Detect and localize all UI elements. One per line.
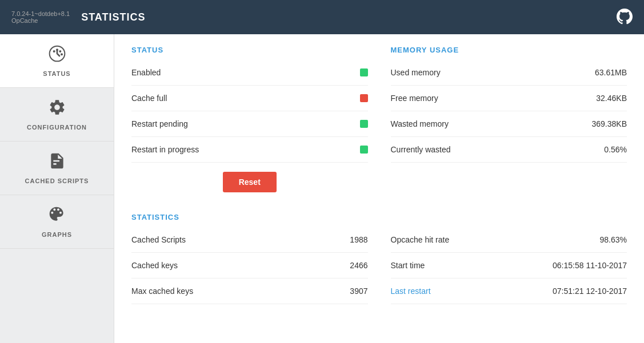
cache-full-indicator	[360, 94, 368, 102]
restart-pending-indicator	[360, 120, 368, 128]
sidebar-item-graphs[interactable]: GRAPHS	[0, 195, 114, 249]
svg-point-4	[61, 53, 63, 55]
cached-scripts-stat-label: Cached Scripts	[131, 235, 311, 244]
max-cached-keys-stat-label: Max cached keys	[131, 286, 311, 296]
sidebar-item-cached-scripts[interactable]: CACHED SCRIPTS	[0, 142, 114, 195]
statistics-section-title: STATISTICS	[131, 213, 627, 221]
start-time-value: 06:15:58 11-10-2017	[553, 261, 627, 270]
status-section-title: STATUS	[131, 46, 368, 54]
cache-full-label: Cache full	[131, 94, 360, 103]
stats-row-max-cached-keys: Max cached keys 3907	[131, 279, 368, 304]
statistics-right-col: Opcache hit rate 98.63% Start time 06:15…	[391, 227, 627, 304]
svg-point-3	[59, 50, 61, 53]
wasted-memory-value: 369.38KB	[570, 119, 627, 128]
statistics-section: Cached Scripts 1988 Cached keys 2466 Max…	[131, 227, 627, 304]
status-row-cache-full: Cache full	[131, 86, 368, 111]
cached-scripts-stat-value: 1988	[311, 235, 368, 244]
status-row-restart-pending: Restart pending	[131, 111, 368, 137]
memory-row-used: Used memory 63.61MB	[391, 60, 627, 86]
memory-row-wasted: Wasted memory 369.38KB	[391, 111, 627, 137]
app-logo: 7.0.24-1~dotdeb+8.1 OpCache	[11, 10, 70, 24]
reset-button[interactable]: Reset	[223, 172, 277, 192]
max-cached-keys-stat-value: 3907	[311, 286, 368, 296]
sidebar-item-graphs-label: GRAPHS	[42, 231, 72, 238]
status-row-restart-in-progress: Restart in progress	[131, 137, 368, 163]
github-icon[interactable]	[617, 9, 633, 26]
status-col: STATUS Enabled Cache full Restart pendin…	[131, 46, 368, 201]
cached-keys-stat-label: Cached keys	[131, 261, 311, 270]
enabled-indicator	[360, 68, 368, 76]
sidebar-item-status[interactable]: STATUS	[0, 34, 114, 88]
free-memory-value: 32.46KB	[570, 94, 627, 103]
cached-keys-stat-value: 2466	[311, 261, 368, 270]
configuration-icon	[48, 98, 66, 120]
currently-wasted-label: Currently wasted	[391, 145, 570, 154]
stats-row-cached-scripts: Cached Scripts 1988	[131, 227, 368, 253]
page-title: STATISTICS	[81, 11, 145, 23]
stats-row-hit-rate: Opcache hit rate 98.63%	[391, 227, 627, 253]
memory-col: MEMORY USAGE Used memory 63.61MB Free me…	[391, 46, 627, 201]
status-memory-section: STATUS Enabled Cache full Restart pendin…	[131, 46, 627, 201]
sidebar-item-configuration-label: CONFIGURATION	[27, 124, 87, 131]
header: 7.0.24-1~dotdeb+8.1 OpCache STATISTICS	[0, 0, 644, 34]
used-memory-value: 63.61MB	[570, 68, 627, 77]
graphs-icon	[48, 205, 66, 228]
statistics-left-col: Cached Scripts 1988 Cached keys 2466 Max…	[131, 227, 368, 304]
version-text: 7.0.24-1~dotdeb+8.1	[11, 10, 70, 17]
currently-wasted-value: 0.56%	[570, 145, 627, 154]
svg-point-1	[53, 50, 55, 53]
stats-row-last-restart: Last restart 07:51:21 12-10-2017	[391, 279, 627, 304]
svg-point-2	[56, 49, 58, 51]
sidebar-item-cached-scripts-label: CACHED SCRIPTS	[25, 177, 89, 184]
enabled-label: Enabled	[131, 68, 360, 77]
restart-in-progress-label: Restart in progress	[131, 145, 360, 154]
sidebar-item-status-label: STATUS	[43, 70, 70, 77]
wasted-memory-label: Wasted memory	[391, 119, 570, 128]
free-memory-label: Free memory	[391, 94, 570, 103]
restart-in-progress-indicator	[360, 146, 368, 154]
reset-row: Reset	[131, 163, 368, 201]
stats-row-cached-keys: Cached keys 2466	[131, 253, 368, 279]
hit-rate-value: 98.63%	[558, 235, 627, 244]
sidebar: STATUS CONFIGURATION CACHED SCRIPTS	[0, 34, 114, 343]
sidebar-item-configuration[interactable]: CONFIGURATION	[0, 88, 114, 142]
main-layout: STATUS CONFIGURATION CACHED SCRIPTS	[0, 34, 644, 343]
used-memory-label: Used memory	[391, 68, 570, 77]
status-icon	[48, 45, 66, 67]
start-time-label: Start time	[391, 261, 553, 270]
memory-row-currently-wasted: Currently wasted 0.56%	[391, 137, 627, 163]
restart-pending-label: Restart pending	[131, 119, 360, 128]
memory-row-free: Free memory 32.46KB	[391, 86, 627, 111]
hit-rate-label: Opcache hit rate	[391, 235, 559, 244]
last-restart-value: 07:51:21 12-10-2017	[553, 286, 627, 296]
stats-row-start-time: Start time 06:15:58 11-10-2017	[391, 253, 627, 279]
status-row-enabled: Enabled	[131, 60, 368, 86]
content-area: STATUS Enabled Cache full Restart pendin…	[114, 34, 644, 343]
cached-scripts-icon	[48, 152, 66, 174]
last-restart-label: Last restart	[391, 286, 553, 296]
memory-section-title: MEMORY USAGE	[391, 46, 627, 54]
